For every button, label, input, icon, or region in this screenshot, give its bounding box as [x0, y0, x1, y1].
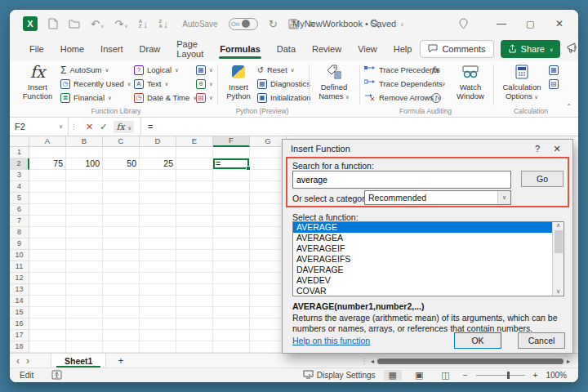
cell-A17[interactable] — [29, 330, 66, 341]
cell-E18[interactable] — [176, 341, 213, 353]
function-list[interactable]: AVERAGEAVERAGEAAVERAGEIFAVERAGEIFSDAVERA… — [292, 221, 564, 296]
page-layout-view-icon[interactable]: ▣ — [410, 370, 428, 381]
cell-C10[interactable] — [103, 250, 140, 261]
cell-F10[interactable] — [213, 250, 250, 261]
accessibility-icon[interactable] — [51, 370, 62, 381]
cell-E12[interactable] — [176, 273, 213, 284]
function-list-item-covar[interactable]: COVAR — [293, 286, 552, 296]
sync-icon[interactable]: ↻ — [269, 18, 278, 30]
dialog-help-icon[interactable]: ? — [535, 144, 540, 154]
cell-F16[interactable] — [213, 318, 250, 330]
autosum-button[interactable]: ΣAutoSum∨ — [60, 64, 131, 76]
cell-D16[interactable] — [140, 318, 176, 330]
math-trig-button[interactable]: θ∨ — [196, 78, 213, 90]
cell-D12[interactable] — [140, 273, 176, 284]
cell-C17[interactable] — [103, 330, 140, 341]
cell-B5[interactable] — [66, 193, 103, 204]
column-header-B[interactable]: B — [66, 136, 103, 147]
cell-D8[interactable] — [140, 227, 176, 238]
cell-D15[interactable] — [140, 307, 176, 318]
column-header-C[interactable]: C — [103, 136, 140, 147]
show-formulas-button[interactable]: ƒx — [431, 64, 446, 76]
cell-F14[interactable] — [213, 296, 250, 307]
minimize-button[interactable]: — — [497, 10, 506, 38]
row-header-18[interactable]: 18 — [10, 341, 29, 353]
go-button[interactable]: Go — [521, 171, 564, 187]
function-list-scrollbar[interactable]: ∧ ∨ — [552, 222, 564, 296]
cell-A5[interactable] — [29, 193, 66, 204]
cell-A15[interactable] — [29, 307, 66, 318]
zoom-slider-thumb[interactable] — [507, 372, 510, 379]
enter-entry-icon[interactable]: ✓ — [100, 122, 107, 132]
cancel-button[interactable]: Cancel — [518, 332, 565, 349]
add-sheet-button[interactable]: + — [106, 355, 135, 367]
tab-page-layout[interactable]: Page Layout — [168, 38, 212, 60]
cell-F7[interactable] — [213, 216, 250, 227]
cancel-entry-icon[interactable]: ✕ — [86, 122, 93, 132]
tab-home[interactable]: Home — [52, 38, 92, 60]
sheet-next-icon[interactable]: › — [26, 355, 36, 367]
calculation-options-button[interactable]: Calculation Options ∨ — [498, 63, 546, 107]
cell-F12[interactable] — [213, 273, 250, 284]
new-file-icon[interactable] — [48, 18, 58, 29]
cell-B6[interactable] — [66, 204, 103, 216]
cell-F9[interactable] — [213, 238, 250, 250]
cell-B12[interactable] — [66, 273, 103, 284]
more-functions-button[interactable]: ▤∨ — [196, 91, 213, 104]
cell-A10[interactable] — [29, 250, 66, 261]
close-button[interactable]: ✕ — [555, 10, 564, 38]
cell-E1[interactable] — [176, 147, 213, 158]
sort-za-icon[interactable]: ZA↓ — [158, 18, 168, 30]
column-header-E[interactable]: E — [176, 136, 213, 147]
cell-B18[interactable] — [66, 341, 103, 353]
cell-D18[interactable] — [140, 341, 176, 353]
cell-A8[interactable] — [29, 227, 66, 238]
cell-D2[interactable]: 25 — [140, 158, 176, 170]
undo-button[interactable]: ↶∨ — [91, 18, 104, 30]
python-reset-button[interactable]: ↺Reset∨ — [257, 64, 311, 76]
cell-C7[interactable] — [103, 216, 140, 227]
formula-input[interactable]: = — [141, 122, 578, 131]
function-search-input[interactable] — [292, 171, 511, 189]
cell-F2[interactable]: = — [213, 158, 250, 170]
cell-E13[interactable] — [176, 284, 213, 296]
cell-B15[interactable] — [66, 307, 103, 318]
date-time-button[interactable]: ◷Date & Time∨ — [134, 91, 197, 104]
cell-C5[interactable] — [103, 193, 140, 204]
cell-C12[interactable] — [103, 273, 140, 284]
cell-D11[interactable] — [140, 261, 176, 273]
sort-az-icon[interactable]: AZ↓ — [139, 18, 149, 30]
insert-python-button[interactable]: Insert Python — [220, 63, 256, 107]
select-all-corner[interactable] — [10, 136, 29, 147]
sheet-tab[interactable]: Sheet1 — [51, 354, 106, 368]
row-header-16[interactable]: 16 — [10, 318, 29, 330]
cell-F11[interactable] — [213, 261, 250, 273]
text-button[interactable]: AText∨ — [134, 78, 197, 90]
pin-icon[interactable] — [459, 10, 468, 38]
document-title[interactable]: MyNewWorkbook • Saved∨ — [292, 10, 404, 38]
defined-names-button[interactable]: Defined Names ∨ — [314, 63, 354, 107]
hscroll-right-icon[interactable]: ▸ — [567, 358, 570, 365]
column-header-F[interactable]: F — [213, 136, 250, 147]
row-header-13[interactable]: 13 — [10, 284, 29, 296]
collapse-ribbon-icon[interactable]: ⌃ — [566, 103, 572, 110]
cell-F17[interactable] — [213, 330, 250, 341]
cell-B16[interactable] — [66, 318, 103, 330]
function-list-item-daverage[interactable]: DAVERAGE — [293, 265, 552, 275]
dialog-title-bar[interactable]: Insert Function ? ✕ — [283, 140, 572, 158]
row-header-12[interactable]: 12 — [10, 273, 29, 284]
cell-C4[interactable] — [103, 181, 140, 193]
cell-E10[interactable] — [176, 250, 213, 261]
row-header-1[interactable]: 1 — [10, 147, 29, 158]
cell-F1[interactable] — [213, 147, 250, 158]
category-dropdown[interactable]: Recommended ∨ — [364, 190, 511, 205]
tab-help[interactable]: Help — [385, 38, 421, 60]
autosave-toggle[interactable]: On — [229, 18, 258, 30]
hscroll-left-icon[interactable]: ◂ — [371, 358, 374, 365]
python-diagnostics-button[interactable]: ▦Diagnostics — [257, 78, 311, 90]
tab-data[interactable]: Data — [269, 38, 304, 60]
cell-E15[interactable] — [176, 307, 213, 318]
cell-B7[interactable] — [66, 216, 103, 227]
cell-E9[interactable] — [176, 238, 213, 250]
cell-D7[interactable] — [140, 216, 176, 227]
